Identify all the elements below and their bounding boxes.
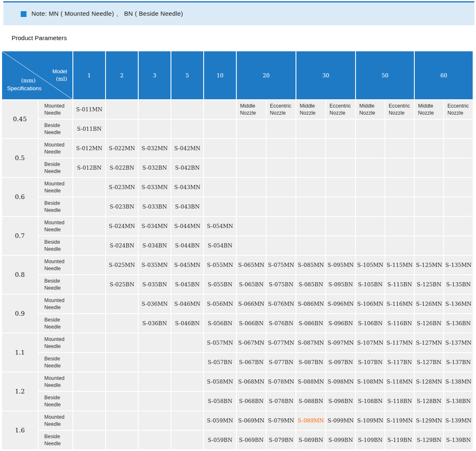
model-cell: [296, 217, 325, 235]
model-cell: [356, 217, 385, 235]
model-cell: [444, 120, 473, 138]
model-cell: S-055BN: [204, 275, 236, 294]
model-cell: [326, 158, 355, 177]
table-header-row: Model (ml) (mm) Specifications 123510203…: [2, 51, 473, 99]
table-row: 0.9Mounted NeedleS-036MNS-046MNS-056MNS-…: [2, 295, 473, 313]
model-cell: [73, 353, 105, 372]
model-cell: [415, 217, 443, 235]
model-cell: S-115MN: [385, 256, 414, 274]
model-cell: S-087BN: [296, 353, 325, 372]
corner-model-label: Model (ml): [53, 68, 67, 83]
model-cell: S-107MN: [356, 333, 385, 352]
spec-cell: 0.9: [2, 295, 38, 333]
model-cell: [444, 178, 473, 197]
model-cell: S-076MN: [267, 295, 296, 313]
model-cell: [171, 100, 203, 119]
model-cell: S-054BN: [204, 236, 236, 255]
model-cell: S-105MN: [356, 256, 385, 274]
table-row: 0.45Mounted NeedleS-011MNMiddle NozzleEc…: [2, 100, 473, 119]
table-row: 1.1Mounted NeedleS-057MNS-067MNS-077MNS-…: [2, 333, 473, 352]
column-header-5: 5: [171, 51, 203, 99]
model-cell: S-035BN: [139, 275, 171, 294]
model-cell: S-033MN: [139, 178, 171, 197]
model-cell: [356, 139, 385, 158]
model-cell: [385, 158, 414, 177]
model-cell: [204, 100, 236, 119]
model-cell: [73, 197, 105, 216]
needle-type-cell: Beside Needle: [38, 120, 72, 138]
nozzle-type-label: Eccentric Nozzle: [385, 100, 414, 119]
model-cell: [204, 158, 236, 177]
table-row: 1.2Mounted NeedleS-058MNS-068MNS-078MNS-…: [2, 372, 473, 391]
model-cell: S-022MN: [106, 139, 138, 158]
model-cell: S-075BN: [267, 275, 296, 294]
model-cell: S-086BN: [296, 314, 325, 333]
model-cell: [356, 236, 385, 255]
model-cell: [296, 139, 325, 158]
needle-type-cell: Mounted Needle: [38, 372, 72, 391]
model-cell: [106, 314, 138, 333]
model-cell: S-106BN: [356, 314, 385, 333]
model-cell: S-011MN: [73, 100, 105, 119]
model-cell: S-108BN: [356, 392, 385, 410]
model-cell: S-125MN: [415, 256, 443, 274]
model-cell: S-107BN: [356, 353, 385, 372]
model-cell: [204, 197, 236, 216]
model-cell: S-025MN: [106, 256, 138, 274]
model-cell: [139, 333, 171, 352]
model-cell: S-118BN: [385, 392, 414, 410]
model-cell: [356, 158, 385, 177]
nozzle-type-label: Eccentric Nozzle: [444, 100, 473, 119]
model-cell: S-045MN: [171, 256, 203, 274]
spec-cell: 1.2: [2, 372, 38, 410]
model-cell: S-097MN: [326, 333, 355, 352]
model-cell: [106, 411, 138, 430]
spec-label: Specifications: [7, 84, 41, 93]
model-cell: [385, 178, 414, 197]
model-cell: S-105BN: [356, 275, 385, 294]
model-cell: S-056BN: [204, 314, 236, 333]
model-cell: [139, 392, 171, 410]
model-cell: [106, 295, 138, 313]
needle-type-cell: Mounted Needle: [38, 295, 72, 313]
column-header-20: 20: [237, 51, 296, 99]
corner-spec-label: (mm) Specifications: [7, 77, 41, 93]
model-cell: S-136BN: [444, 314, 473, 333]
model-cell: S-088BN: [296, 392, 325, 410]
model-cell: [444, 236, 473, 255]
model-cell: [415, 178, 443, 197]
model-cell: S-127MN: [415, 333, 443, 352]
model-cell: S-044BN: [171, 236, 203, 255]
model-cell: [106, 333, 138, 352]
needle-type-cell: Beside Needle: [38, 158, 72, 177]
model-cell: [356, 178, 385, 197]
model-cell: S-036MN: [139, 295, 171, 313]
model-cell: S-042MN: [171, 139, 203, 158]
model-cell: [139, 411, 171, 430]
model-cell: [171, 392, 203, 410]
model-cell: S-032MN: [139, 139, 171, 158]
model-cell: [171, 333, 203, 352]
model-cell: [444, 217, 473, 235]
model-cell: S-087MN: [296, 333, 325, 352]
note-bullet-square-icon: [21, 11, 26, 17]
model-cell: S-098MN: [326, 372, 355, 391]
model-cell: S-067MN: [237, 333, 266, 352]
model-cell: S-046BN: [171, 314, 203, 333]
model-cell: S-079BN: [267, 431, 296, 449]
nozzle-type-label: Middle Nozzle: [237, 100, 266, 119]
model-cell: S-058BN: [204, 392, 236, 410]
model-cell: S-024MN: [106, 217, 138, 235]
needle-type-cell: Beside Needle: [38, 431, 72, 449]
model-cell: S-099BN: [326, 431, 355, 449]
model-cell: S-129BN: [415, 431, 443, 449]
model-cell: [139, 431, 171, 449]
model-cell: S-088MN: [296, 372, 325, 391]
model-cell: S-065MN: [237, 256, 266, 274]
note-bar: Note: MN ( Mounted Needle) 、 BN ( Beside…: [3, 2, 474, 25]
model-cell: [139, 372, 171, 391]
model-cell: S-137MN: [444, 333, 473, 352]
model-cell: [237, 120, 266, 138]
needle-type-cell: Mounted Needle: [38, 333, 72, 352]
model-cell: [237, 197, 266, 216]
